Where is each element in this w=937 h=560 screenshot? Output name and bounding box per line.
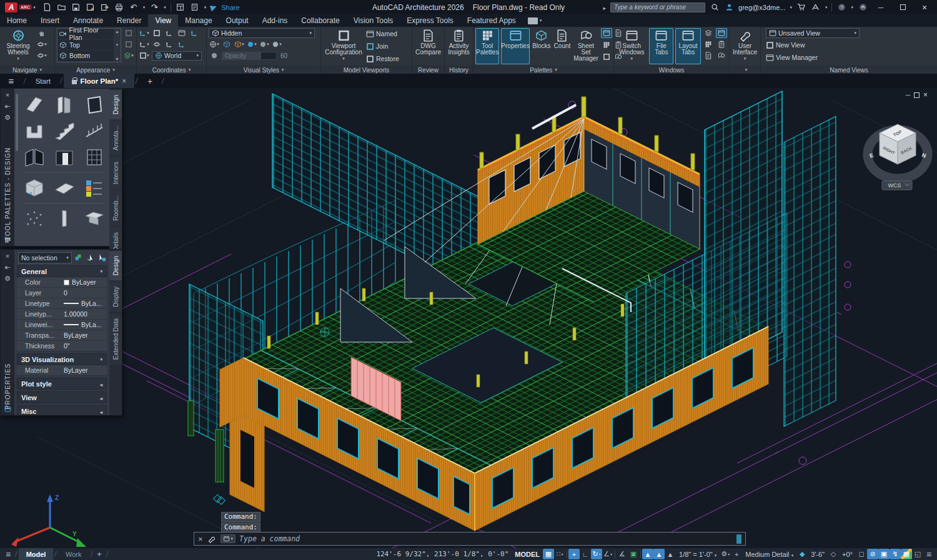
view-list[interactable]: First Floor Plan Top Bottom ▲▾▼ (57, 28, 121, 62)
activity-insights-button[interactable]: Activity Insights (447, 28, 471, 64)
ribbon-display-toggle[interactable] (523, 14, 547, 27)
opacity-slider[interactable]: Opacity (222, 52, 277, 60)
property-row-transparency[interactable]: Transpa...ByLayer (17, 330, 107, 341)
file-tab-start[interactable]: Start (27, 74, 59, 88)
tab-addins[interactable]: Add-ins (255, 14, 295, 27)
property-row-thickness[interactable]: Thickness0" (17, 341, 107, 351)
elevation-icon[interactable]: ◆ (796, 549, 808, 559)
rotation-value[interactable]: +0° (839, 551, 856, 558)
autohide-icon[interactable]: ⇤ (3, 263, 12, 272)
sphere-teal-icon[interactable] (271, 39, 282, 49)
count-button[interactable]: Count (553, 28, 572, 64)
list-scrollbar[interactable]: ▲▾▼ (114, 29, 121, 62)
beam-tool[interactable] (81, 206, 108, 231)
palette-grid-icon[interactable] (3, 235, 12, 244)
search-icon[interactable] (710, 2, 720, 12)
annotation-visibility-icon[interactable]: ▲ (642, 549, 653, 559)
caret-down-icon[interactable] (825, 5, 828, 10)
close-icon[interactable]: × (3, 91, 12, 99)
minimize-button[interactable] (872, 1, 890, 14)
wall-tool[interactable] (21, 92, 48, 117)
tab-insert[interactable]: Insert (34, 14, 66, 27)
sphere-blue-icon[interactable] (246, 39, 257, 49)
annotation-autoscale-icon[interactable]: ▲ (653, 549, 665, 559)
viewport-configuration-button[interactable]: Viewport Configuration (323, 28, 364, 64)
palette-tab-roombook[interactable]: Roomb... (109, 190, 122, 226)
panel-title-appearance[interactable]: Appearance (55, 66, 136, 74)
tab-output[interactable]: Output (219, 14, 255, 27)
panel-title-interface[interactable] (730, 66, 760, 74)
redo-button[interactable] (149, 2, 159, 12)
restore-button[interactable] (894, 1, 911, 14)
properties-tab-extended-data[interactable]: Extended Data (109, 313, 122, 365)
color-swatch[interactable] (64, 280, 69, 285)
quick-select-icon[interactable] (97, 253, 107, 263)
ucs-previous-icon[interactable] (151, 39, 162, 49)
palette-properties-icon[interactable]: ⚙ (3, 274, 12, 283)
property-row-material[interactable]: MaterialByLayer (17, 365, 107, 376)
palette-tab-design[interactable]: Design (109, 90, 122, 119)
window-tool[interactable] (81, 92, 108, 117)
wcs-button[interactable]: WCS (882, 181, 912, 190)
isolate-objects-icon[interactable]: ⊘ (867, 549, 878, 559)
railing-tool[interactable] (81, 119, 108, 144)
tab-vision-tools[interactable]: Vision Tools (347, 14, 400, 27)
property-row-linetype[interactable]: LinetypeByLa... (17, 298, 107, 309)
group-misc[interactable]: Misc (17, 405, 107, 415)
new-view-button[interactable]: New View (766, 39, 805, 51)
selection-cycling-icon[interactable]: + (731, 549, 742, 559)
viewport-restore-icon[interactable] (914, 92, 920, 98)
named-view-select[interactable]: Unsaved View (766, 28, 860, 38)
properties-tab-display[interactable]: Display (109, 282, 122, 312)
help-icon[interactable]: ? (836, 2, 846, 12)
edit-view-icon[interactable] (123, 28, 134, 38)
export-icon[interactable] (100, 2, 110, 12)
file-tab-menu-icon[interactable] (0, 76, 22, 86)
close-button[interactable] (916, 1, 933, 14)
new-file-icon[interactable] (42, 2, 52, 12)
new-layout-icon[interactable]: + (94, 549, 105, 559)
file-tabs-button[interactable]: File Tabs (649, 28, 673, 64)
viewport-minimize-icon[interactable]: ─ (906, 92, 910, 99)
layout-tabs-button[interactable]: Layout Tabs (675, 28, 701, 64)
named-viewports-button[interactable]: Named (366, 28, 399, 39)
tab-render[interactable]: Render (110, 14, 148, 27)
search-input[interactable] (610, 2, 705, 12)
free-orbit-icon[interactable] (36, 51, 47, 61)
space-indicator[interactable]: MODEL (512, 551, 543, 558)
ucs-show-icon[interactable] (139, 51, 150, 61)
orbit-icon[interactable] (36, 39, 47, 49)
user-interface-button[interactable]: User Interface (731, 28, 758, 64)
new-drawing-tab-button[interactable] (139, 74, 161, 88)
customize-wrench-icon[interactable] (207, 534, 217, 544)
ucs-icon-button[interactable] (139, 28, 150, 38)
ucs-named-icon[interactable] (151, 28, 162, 38)
dwg-compare-button[interactable]: DWG Compare (414, 28, 442, 64)
panel-title-named-views[interactable]: Named Views (761, 66, 937, 74)
space-legend-tool[interactable] (81, 175, 108, 200)
tab-express-tools[interactable]: Express Tools (400, 14, 460, 27)
palette-tab-annotation[interactable]: Annota... (109, 120, 122, 155)
curtain-wall-tool[interactable] (81, 145, 108, 170)
group-view[interactable]: View (17, 391, 107, 403)
properties-button[interactable]: Properties (501, 28, 530, 64)
annotation-scale[interactable]: 1/8" = 1'-0" (676, 551, 720, 558)
layer-state-icon[interactable] (123, 51, 134, 61)
viewport-close-icon[interactable]: × (923, 91, 928, 99)
palette-tab-interiors[interactable]: Interiors (109, 157, 122, 189)
ucs-view-icon[interactable] (176, 28, 187, 38)
status-bar-icon[interactable] (716, 28, 727, 38)
door-tool[interactable] (51, 92, 78, 117)
grid-display-icon[interactable]: ▦ (543, 549, 554, 559)
panel-title-palettes[interactable]: Palettes (473, 66, 613, 74)
shaded-style-icon[interactable] (221, 39, 232, 49)
model-tab[interactable]: Model (19, 548, 54, 560)
autodesk-logo-icon[interactable] (811, 2, 821, 12)
sheet-icon[interactable] (190, 2, 200, 12)
caret-down-icon[interactable] (204, 5, 207, 10)
tab-view[interactable]: View (148, 14, 178, 27)
cart-icon[interactable] (796, 2, 806, 12)
stair-tool[interactable] (51, 119, 78, 144)
visual-style-select[interactable]: Hidden (209, 28, 315, 38)
tab-annotate[interactable]: Annotate (66, 14, 110, 27)
